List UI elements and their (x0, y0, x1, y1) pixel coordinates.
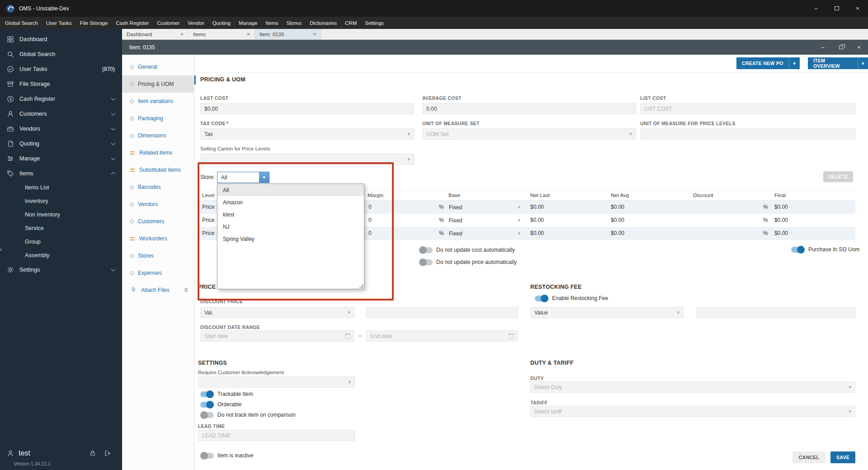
item-overview-button[interactable]: ITEM OVERVIEW (808, 57, 868, 69)
sidebar-item-manage[interactable]: Manage (0, 151, 122, 166)
nav-packaging[interactable]: Packaging (122, 110, 194, 127)
sidebar-item-global-search[interactable]: Global Search (0, 47, 122, 61)
nav-customers[interactable]: Customers (122, 213, 194, 230)
child-minimize-button[interactable]: – (814, 40, 832, 55)
nav-workorders[interactable]: Workorders (122, 230, 194, 247)
lead-time-input[interactable] (198, 430, 355, 441)
menu-items[interactable]: Items (262, 17, 283, 29)
menu-cash-register[interactable]: Cash Register (112, 17, 153, 29)
child-close-button[interactable]: × (850, 40, 868, 55)
close-icon[interactable]: × (180, 31, 184, 38)
duty-select[interactable]: Select Duty (530, 381, 855, 393)
create-new-po-button[interactable]: CREATE NEW PO (736, 57, 800, 69)
menu-customer[interactable]: Customer (153, 17, 184, 29)
store-option-ktest[interactable]: ktest (217, 208, 364, 221)
nav-vendors[interactable]: Vendors (122, 196, 194, 213)
menu-user-tasks[interactable]: User Tasks (42, 17, 76, 29)
store-select-arrow-icon[interactable] (259, 172, 269, 183)
nav-dimensions[interactable]: Dimensions (122, 127, 194, 144)
selling-carton-select[interactable] (200, 154, 414, 165)
menu-stores[interactable]: Stores (283, 17, 306, 29)
orderable-toggle[interactable] (200, 402, 214, 408)
calendar-icon[interactable] (345, 334, 350, 339)
lock-icon[interactable] (89, 450, 96, 457)
maximize-button[interactable] (826, 0, 847, 17)
sidebar-item-service[interactable]: Service (0, 221, 122, 235)
close-icon[interactable]: × (246, 31, 250, 38)
minimize-button[interactable]: – (806, 0, 826, 17)
discount-start-date-input[interactable]: Start date (200, 330, 354, 342)
cell-margin[interactable]: 0 (368, 204, 372, 210)
menu-crm[interactable]: CRM (341, 17, 361, 29)
no-track-comparison-toggle[interactable] (200, 412, 214, 418)
uom-price-levels-input[interactable] (640, 128, 855, 140)
store-option-spring-valley[interactable]: Spring Valley (217, 233, 364, 245)
discount-end-date-input[interactable]: End date (366, 330, 518, 342)
require-ack-select[interactable] (198, 376, 355, 388)
cell-base-select[interactable]: Fixed (446, 215, 523, 226)
item-overview-label[interactable]: ITEM OVERVIEW (808, 57, 858, 69)
sidebar-item-assembly[interactable]: Assembly (0, 249, 122, 262)
calendar-icon[interactable] (509, 334, 514, 339)
sidebar-collapse-handle[interactable] (0, 245, 5, 254)
store-option-all[interactable]: All (217, 184, 364, 196)
store-option-amazon[interactable]: Amazon (217, 196, 364, 208)
nav-general[interactable]: General (122, 58, 194, 75)
no-cost-update-toggle[interactable] (419, 247, 433, 253)
uom-set-select[interactable]: UOM Set (422, 128, 636, 140)
last-cost-input[interactable] (200, 103, 414, 114)
sidebar-item-quoting[interactable]: Quoting (0, 136, 122, 151)
close-button[interactable]: × (847, 0, 868, 17)
sidebar-item-settings[interactable]: Settings (0, 262, 122, 277)
sidebar-item-items-list[interactable]: Items List (0, 181, 122, 194)
cancel-button[interactable]: CANCEL (793, 451, 826, 463)
menu-manage[interactable]: Manage (235, 17, 262, 29)
discount-value-input[interactable] (366, 307, 518, 318)
item-inactive-toggle[interactable] (200, 453, 214, 459)
tariff-select[interactable]: Select tariff (530, 406, 855, 417)
nav-attach-files[interactable]: Attach Files 0 (122, 282, 194, 299)
nav-stores[interactable]: Stores (122, 247, 194, 264)
menu-global-search[interactable]: Global Search (1, 17, 42, 29)
menu-settings[interactable]: Settings (361, 17, 388, 29)
sidebar-item-vendors[interactable]: Vendors (0, 121, 122, 136)
sidebar-item-dashboard[interactable]: Dashboard (0, 32, 122, 47)
close-icon[interactable]: × (313, 31, 316, 38)
tab-dashboard[interactable]: Dashboard × (122, 29, 189, 39)
average-cost-input[interactable] (422, 103, 636, 114)
discount-value-type-select[interactable]: Val. (200, 307, 354, 318)
nav-expenses[interactable]: Expenses (122, 264, 194, 282)
restocking-value-type-select[interactable]: Value (530, 307, 684, 318)
no-price-update-toggle[interactable] (419, 259, 433, 265)
menu-dictionaries[interactable]: Dictionaries (306, 17, 341, 29)
sidebar-item-file-storage[interactable]: File Storage (0, 76, 122, 91)
enable-restocking-fee-toggle[interactable] (535, 296, 548, 301)
sidebar-item-items[interactable]: Items (0, 166, 122, 181)
store-option-nj[interactable]: NJ (217, 221, 364, 233)
restocking-value-input[interactable] (697, 307, 855, 318)
store-select[interactable]: All (217, 172, 269, 183)
item-overview-dropdown[interactable] (858, 57, 868, 69)
menu-quoting[interactable]: Quoting (208, 17, 235, 29)
delete-button[interactable]: DELETE (823, 171, 853, 182)
nav-substituted-items[interactable]: Substituted items (122, 161, 194, 179)
create-new-po-label[interactable]: CREATE NEW PO (736, 57, 789, 69)
cell-base-select[interactable]: Fixed (446, 202, 523, 212)
save-button[interactable]: SAVE (830, 451, 855, 463)
sidebar-item-inventory[interactable]: Inventory (0, 194, 122, 208)
tax-code-select[interactable]: Tax (200, 128, 414, 140)
sidebar-item-user-tasks[interactable]: User Tasks (870) (0, 61, 122, 76)
sidebar-item-group[interactable]: Group (0, 235, 122, 249)
logout-icon[interactable] (104, 450, 111, 457)
nav-related-items[interactable]: Related items (122, 144, 194, 161)
create-new-po-dropdown[interactable] (789, 57, 800, 69)
nav-item-variations[interactable]: Item variations (122, 93, 194, 110)
cell-margin[interactable]: 0 (368, 217, 372, 223)
nav-barcodes[interactable]: Barcodes (122, 179, 194, 196)
nav-pricing-uom[interactable]: Pricing & UOM (122, 75, 194, 93)
cell-margin[interactable]: 0 (368, 230, 372, 236)
sidebar-item-cash-register[interactable]: $ Cash Register (0, 91, 122, 106)
list-cost-input[interactable] (640, 103, 855, 114)
resize-grip-icon[interactable] (359, 283, 363, 288)
cell-base-select[interactable]: Fixed (446, 228, 523, 239)
